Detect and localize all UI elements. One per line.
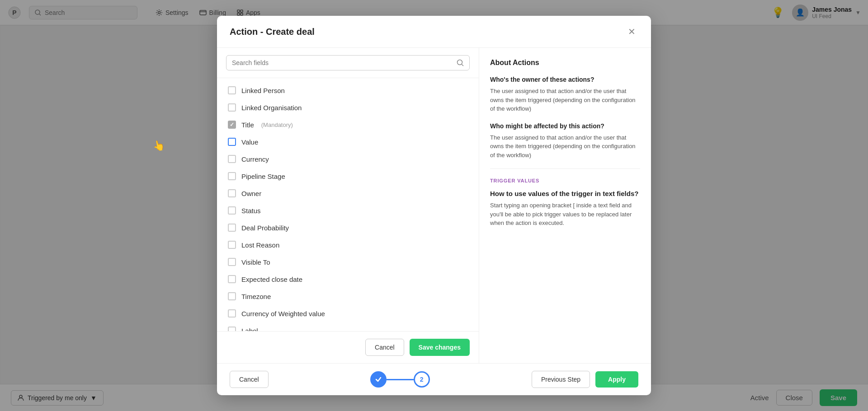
field-checkbox[interactable] [228, 189, 236, 197]
field-item[interactable]: Deal Probability [226, 219, 470, 236]
field-checkbox[interactable] [228, 121, 236, 129]
field-checkbox[interactable] [228, 241, 236, 249]
step-connector [387, 379, 414, 380]
about-q2: Who might be affected by this action? [490, 122, 640, 130]
field-checkbox[interactable] [228, 103, 236, 112]
field-item[interactable]: Timezone [226, 288, 470, 305]
field-item[interactable]: Title(Mandatory) [226, 116, 470, 133]
field-item[interactable]: Label [226, 322, 470, 331]
save-changes-button[interactable]: Save changes [410, 339, 470, 356]
modal-left-panel: Linked PersonLinked OrganisationTitle(Ma… [217, 48, 479, 363]
field-label: Status [241, 207, 261, 215]
modal-right-panel: About Actions Who's the owner of these a… [479, 48, 651, 363]
about-q1: Who's the owner of these actions? [490, 76, 640, 83]
modal-close-button[interactable]: ✕ [625, 25, 638, 38]
field-checkbox[interactable] [228, 258, 236, 266]
about-title: About Actions [490, 59, 640, 67]
field-label: Lost Reason [241, 241, 279, 249]
trigger-desc: Start typing an opening bracket [ inside… [490, 201, 640, 228]
about-a2: The user assigned to that action and/or … [490, 133, 640, 160]
footer-actions: Previous Step Apply [532, 371, 638, 388]
apply-button[interactable]: Apply [595, 371, 638, 388]
field-search-box[interactable] [226, 55, 470, 70]
modal-header: Action - Create deal ✕ [217, 16, 651, 48]
field-checkbox[interactable] [228, 292, 236, 300]
field-label: Deal Probability [241, 224, 289, 232]
field-label: Label [241, 327, 258, 332]
field-label: Pipeline Stage [241, 173, 285, 180]
field-item[interactable]: Expected close date [226, 271, 470, 288]
field-mandatory-label: (Mandatory) [261, 121, 293, 128]
step-1-circle [370, 371, 387, 388]
field-search-icon [457, 59, 464, 66]
modal-left-footer: Cancel Save changes [217, 331, 479, 363]
modal-title: Action - Create deal [230, 27, 315, 37]
field-label: Visible To [241, 258, 270, 266]
step-2-circle: 2 [414, 371, 430, 388]
field-label: Linked Organisation [241, 104, 302, 112]
svg-point-12 [458, 60, 462, 65]
field-checkbox[interactable] [228, 327, 236, 331]
field-label: Owner [241, 190, 261, 197]
field-item[interactable]: Linked Organisation [226, 99, 470, 116]
field-item[interactable]: Linked Person [226, 82, 470, 99]
field-label: Currency [241, 155, 269, 163]
trigger-title: How to use values of the trigger in text… [490, 190, 640, 197]
field-checkbox[interactable] [228, 86, 236, 94]
field-label: Value [241, 138, 258, 146]
svg-line-13 [462, 65, 464, 66]
prev-step-button[interactable]: Previous Step [532, 371, 590, 388]
field-checkbox[interactable] [228, 275, 236, 283]
modal-body: Linked PersonLinked OrganisationTitle(Ma… [217, 48, 651, 363]
field-item[interactable]: Visible To [226, 253, 470, 271]
field-search-input[interactable] [232, 59, 453, 66]
about-a1: The user assigned to that action and/or … [490, 87, 640, 113]
field-item[interactable]: Owner [226, 185, 470, 202]
field-list: Linked PersonLinked OrganisationTitle(Ma… [217, 78, 479, 331]
step-indicator: 2 [370, 371, 430, 388]
field-item[interactable]: Lost Reason [226, 236, 470, 253]
modal-footer: Cancel 2 Previous Step Apply [217, 363, 651, 395]
field-item[interactable]: Currency of Weighted value [226, 305, 470, 322]
step-1-check-icon [375, 376, 382, 383]
field-checkbox[interactable] [228, 224, 236, 232]
field-label: Timezone [241, 293, 271, 300]
about-section-2: Who might be affected by this action? Th… [490, 122, 640, 160]
inner-cancel-button[interactable]: Cancel [365, 339, 404, 356]
field-label: Title [241, 121, 254, 129]
trigger-values-label: TRIGGER VALUES [490, 178, 640, 183]
field-label: Linked Person [241, 87, 285, 94]
field-checkbox[interactable] [228, 172, 236, 180]
about-section-1: Who's the owner of these actions? The us… [490, 76, 640, 113]
field-item[interactable]: Status [226, 202, 470, 219]
field-checkbox[interactable] [228, 155, 236, 163]
step-2-label: 2 [420, 376, 424, 383]
field-checkbox[interactable] [228, 309, 236, 318]
field-checkbox[interactable] [228, 206, 236, 215]
field-search-area [217, 48, 479, 78]
field-item[interactable]: Value [226, 133, 470, 150]
field-label: Expected close date [241, 276, 302, 283]
modal-create-deal: Action - Create deal ✕ Linked PersonLink… [217, 16, 651, 395]
divider [490, 168, 640, 169]
field-label: Currency of Weighted value [241, 310, 325, 318]
field-item[interactable]: Pipeline Stage [226, 168, 470, 185]
footer-cancel-button[interactable]: Cancel [230, 371, 269, 388]
field-checkbox[interactable] [228, 138, 236, 146]
field-item[interactable]: Currency [226, 150, 470, 168]
